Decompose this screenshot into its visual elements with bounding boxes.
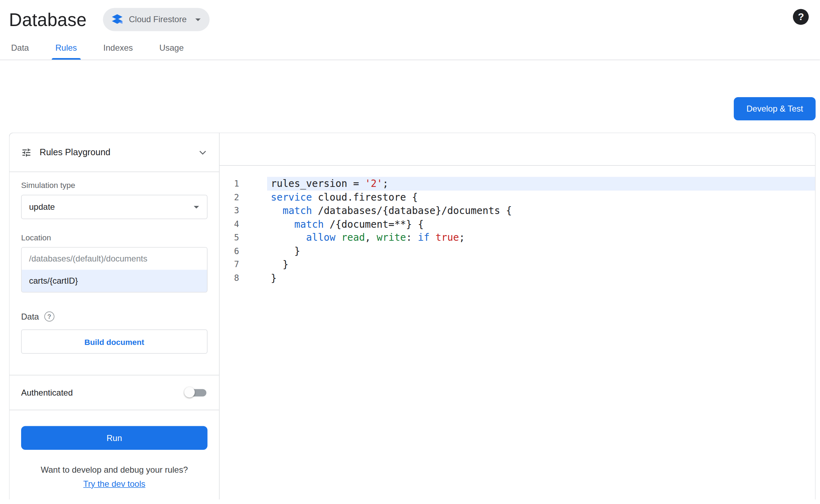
simulation-type-label: Simulation type	[21, 181, 208, 190]
code-token: read	[341, 232, 365, 243]
code-line[interactable]: }	[267, 271, 815, 284]
dev-tools-question: Want to develop and debug your rules?	[21, 465, 208, 475]
help-icon[interactable]: ?	[793, 9, 809, 25]
code-token: match	[283, 205, 312, 216]
build-document-button[interactable]: Build document	[21, 329, 208, 354]
code-row[interactable]: 5 allow read, write: if true;	[220, 231, 815, 244]
line-number: 8	[220, 271, 267, 284]
toggle-thumb	[184, 387, 195, 398]
code-token: write	[377, 232, 406, 243]
dev-tools-link[interactable]: Try the dev tools	[21, 479, 208, 489]
code-line[interactable]: service cloud.firestore {	[267, 190, 815, 204]
data-row: Data ?	[21, 311, 208, 322]
code-token: true	[435, 232, 459, 243]
code-token	[271, 232, 306, 243]
line-number: 3	[220, 204, 267, 217]
code-row[interactable]: 3 match /databases/{database}/documents …	[220, 204, 815, 217]
tab-usage[interactable]: Usage	[157, 37, 186, 60]
page-title: Database	[9, 9, 87, 30]
code-line[interactable]: }	[267, 244, 815, 258]
line-number: 7	[220, 258, 267, 271]
code-line[interactable]: rules_version = '2';	[267, 177, 815, 190]
code-token: ;	[459, 232, 465, 243]
tab-bar: Data Rules Indexes Usage	[0, 37, 820, 60]
authenticated-label: Authenticated	[21, 388, 73, 397]
code-token	[335, 232, 341, 243]
code-line[interactable]: match /databases/{database}/documents {	[267, 204, 815, 217]
playground-title: Rules Playground	[40, 147, 111, 158]
authenticated-toggle[interactable]	[184, 387, 208, 398]
code-row[interactable]: 7 }	[220, 258, 815, 271]
code-token: /databases/{database}/documents {	[312, 205, 512, 216]
location-label: Location	[21, 233, 208, 242]
code-row[interactable]: 1rules_version = '2';	[220, 177, 815, 190]
code-row[interactable]: 2service cloud.firestore {	[220, 190, 815, 204]
rules-editor: 1rules_version = '2';2service cloud.fire…	[220, 133, 815, 499]
rules-card: Rules Playground Simulation type update …	[9, 133, 816, 500]
code-token	[430, 232, 436, 243]
tab-rules[interactable]: Rules	[53, 37, 79, 60]
code-token: service	[271, 191, 312, 203]
code-token	[271, 218, 295, 229]
product-selector[interactable]: Cloud Firestore	[103, 8, 209, 31]
tune-icon	[21, 147, 32, 158]
code-token: '2'	[365, 178, 383, 189]
run-section: Run Want to develop and debug your rules…	[10, 410, 219, 489]
data-label: Data	[21, 312, 39, 321]
code-token: cloud.firestore {	[312, 191, 418, 203]
code-token: /{document=**} {	[324, 218, 424, 229]
code-token: }	[271, 245, 301, 257]
playground-header[interactable]: Rules Playground	[10, 133, 219, 172]
code-token: }	[271, 259, 289, 270]
authenticated-row: Authenticated	[10, 376, 219, 410]
editor-toolbar	[220, 133, 815, 166]
app-header: Database Cloud Firestore ?	[0, 0, 820, 37]
code-area[interactable]: 1rules_version = '2';2service cloud.fire…	[220, 166, 815, 499]
code-line[interactable]: allow read, write: if true;	[267, 231, 815, 244]
action-row: Develop & Test	[0, 60, 820, 120]
line-number: 1	[220, 177, 267, 190]
firestore-rules-page: Database Cloud Firestore ? Data Rules In…	[0, 0, 820, 504]
line-number: 2	[220, 190, 267, 204]
location-input[interactable]: carts/{cartID}	[22, 270, 207, 292]
product-selector-label: Cloud Firestore	[129, 15, 187, 24]
code-token: ,	[365, 232, 377, 243]
code-row[interactable]: 8}	[220, 271, 815, 284]
code-row[interactable]: 6 }	[220, 244, 815, 258]
firestore-icon	[111, 13, 124, 26]
code-line[interactable]: }	[267, 258, 815, 271]
simulation-type-value: update	[29, 202, 55, 212]
data-help-icon[interactable]: ?	[44, 311, 55, 322]
code-token: allow	[306, 232, 336, 243]
code-token: ;	[383, 178, 389, 189]
simulation-form: Simulation type update Location /databas…	[10, 172, 219, 376]
line-number: 6	[220, 244, 267, 258]
code-token: }	[271, 272, 277, 283]
code-token: :	[406, 232, 418, 243]
code-line[interactable]: match /{document=**} {	[267, 217, 815, 231]
location-prefix: /databases/(default)/documents	[22, 248, 207, 270]
develop-test-button[interactable]: Develop & Test	[734, 97, 816, 120]
rules-playground-panel: Rules Playground Simulation type update …	[10, 133, 220, 499]
code-token: rules_version =	[271, 178, 365, 189]
chevron-down-icon	[191, 13, 204, 26]
code-row[interactable]: 4 match /{document=**} {	[220, 217, 815, 231]
code-token	[271, 205, 283, 216]
simulation-type-select[interactable]: update	[21, 195, 208, 219]
code-token: if	[418, 232, 429, 243]
location-field: /databases/(default)/documents carts/{ca…	[21, 247, 208, 292]
select-caret-icon	[190, 201, 203, 213]
line-number: 5	[220, 231, 267, 244]
line-number: 4	[220, 217, 267, 231]
collapse-chevron-icon[interactable]	[197, 146, 209, 158]
run-button[interactable]: Run	[21, 426, 208, 450]
code-token: match	[294, 218, 324, 229]
tab-data[interactable]: Data	[9, 37, 31, 60]
tab-indexes[interactable]: Indexes	[101, 37, 135, 60]
